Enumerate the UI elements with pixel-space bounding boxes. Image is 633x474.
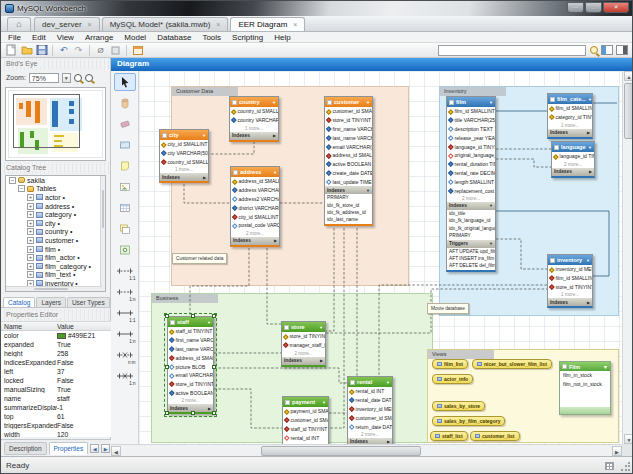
column-row[interactable]: replacement_cost D... xyxy=(447,186,495,195)
column-row[interactable]: film_id SMALLINT xyxy=(447,107,495,116)
panel-tab-user-types[interactable]: User Types xyxy=(67,297,110,307)
routine-item[interactable]: film_not_in_stock xyxy=(560,380,610,389)
column-row[interactable]: film_id SMALLINT xyxy=(548,104,592,113)
more-columns-label[interactable]: 2 more... xyxy=(552,161,594,168)
section-header-indexes[interactable]: Indexes▶ xyxy=(231,237,279,245)
selection-handle[interactable] xyxy=(165,365,169,369)
eer-canvas[interactable]: Customer DataInventoryBusinessViews xyxy=(139,71,622,444)
section-header-indexes[interactable]: Indexes▶ xyxy=(160,173,208,181)
zoom-in-icon[interactable] xyxy=(74,74,82,82)
scroll-down-arrow[interactable]: ▼ xyxy=(624,434,633,444)
column-row[interactable]: description TEXT xyxy=(447,125,495,134)
column-row[interactable]: category_id TINY... xyxy=(548,113,592,122)
column-row[interactable]: release_year YEAR xyxy=(447,133,495,142)
section-header-indexes[interactable]: Indexes▶ xyxy=(348,438,392,444)
panel-tab-catalog[interactable]: Catalog xyxy=(3,297,35,307)
collapse-icon[interactable]: ▼ xyxy=(322,400,326,405)
section-item[interactable]: idx_fk_language_id xyxy=(447,217,495,224)
birds-eye-minimap[interactable] xyxy=(5,87,106,161)
column-row[interactable]: city VARCHAR(50) xyxy=(160,149,208,158)
selection-handle[interactable] xyxy=(212,365,216,369)
section-item[interactable]: AFT UPDATE upd_film xyxy=(447,248,495,255)
view-film_list[interactable]: film_list xyxy=(432,359,468,369)
table-customer[interactable]: customer▼customer_id SMALL...store_id TI… xyxy=(324,96,373,226)
note-tool[interactable] xyxy=(114,157,136,175)
section-expand-icon[interactable]: ▶ xyxy=(203,175,206,180)
collapse-icon[interactable]: ▼ xyxy=(489,100,493,105)
section-expand-icon[interactable]: ▼ xyxy=(489,203,493,208)
section-expand-icon[interactable]: ▶ xyxy=(273,133,276,138)
panel-tab-layers[interactable]: Layers xyxy=(36,297,66,307)
column-row[interactable]: store_id TINYINT xyxy=(548,283,592,292)
tree-expander-icon[interactable]: + xyxy=(27,246,34,253)
vscroll-thumb[interactable] xyxy=(624,83,633,139)
section-item[interactable]: PRIMARY xyxy=(447,232,495,239)
section-item[interactable]: idx_title xyxy=(447,210,495,217)
column-row[interactable]: city_id SMALLINT xyxy=(160,140,208,149)
tree-expander-icon[interactable]: + xyxy=(27,254,34,261)
more-columns-label[interactable]: 2 more... xyxy=(168,397,213,404)
column-row[interactable]: customer_id SMAL... xyxy=(283,416,328,425)
rel-1n-existing-tool[interactable]: 1:n xyxy=(114,367,136,385)
view-staff_list[interactable]: staff_list xyxy=(430,431,468,441)
document-tab[interactable]: EER Diagram× xyxy=(230,17,305,31)
menu-item-tools[interactable]: Tools xyxy=(202,33,221,42)
property-row[interactable]: namestaff xyxy=(1,394,111,403)
cursor-tool[interactable] xyxy=(114,73,136,91)
bottom-tab-properties[interactable]: Properties xyxy=(49,442,89,455)
more-columns-label[interactable]: 2 more... xyxy=(282,350,325,357)
tree-expander-icon[interactable]: − xyxy=(9,177,16,184)
scroll-right-arrow[interactable]: ▶ xyxy=(612,446,622,456)
menu-item-help[interactable]: Help xyxy=(274,33,290,42)
save-icon[interactable] xyxy=(35,44,48,56)
tree-expander-icon[interactable]: + xyxy=(27,203,34,210)
column-row[interactable]: email VARCHAR(50) xyxy=(325,142,372,151)
column-row[interactable]: country VARCHAR(50) xyxy=(230,116,278,125)
column-row[interactable]: address2 VARCHAR(... xyxy=(231,195,279,204)
table-inventory[interactable]: inventory▼inventory_id MEDI...film_id SM… xyxy=(547,254,593,308)
tree-expander-icon[interactable]: + xyxy=(27,194,34,201)
section-expand-icon[interactable]: ▶ xyxy=(589,169,592,174)
section-item[interactable]: PRIMARY xyxy=(325,194,372,201)
grid-snap-icon[interactable] xyxy=(109,44,122,56)
close-button[interactable]: ✕ xyxy=(603,2,629,13)
new-tab-icon[interactable] xyxy=(131,44,144,56)
prev-panel-arrow[interactable]: ◀ xyxy=(90,444,99,453)
column-row[interactable]: last_name VARCH... xyxy=(168,345,213,354)
tree-expander-icon[interactable]: + xyxy=(27,237,34,244)
property-row[interactable]: top61 xyxy=(1,412,111,421)
tree-item-tables-folder[interactable]: −Tables xyxy=(6,185,105,194)
table-payment[interactable]: payment▼payment_id SMAL...customer_id SM… xyxy=(282,396,329,444)
minimize-button[interactable]: — xyxy=(567,2,584,13)
more-columns-label[interactable]: 1 more... xyxy=(548,122,592,129)
column-row[interactable]: city_id SMALLINT xyxy=(231,212,279,221)
image-tool[interactable] xyxy=(114,178,136,196)
column-row[interactable]: email VARCHAR(50) xyxy=(168,371,213,380)
column-row[interactable]: original_language_i... xyxy=(447,151,495,160)
selection-handle[interactable] xyxy=(191,314,195,318)
section-header-indexes[interactable]: Indexes▶ xyxy=(552,168,594,176)
section-item[interactable]: idx_fk_address_id xyxy=(325,209,372,216)
table-header[interactable]: payment▼ xyxy=(283,397,328,407)
column-row[interactable]: rental_id INT xyxy=(283,433,328,442)
column-row[interactable]: create_date DATETI... xyxy=(325,169,372,178)
layer-tool[interactable] xyxy=(114,136,136,154)
section-header-indexes[interactable]: Indexes▶ xyxy=(548,298,592,306)
collapse-icon[interactable]: ▼ xyxy=(273,170,277,175)
collapse-icon[interactable]: ▼ xyxy=(319,325,323,330)
section-header-indexes[interactable]: Indexes▶ xyxy=(282,357,325,365)
column-row[interactable]: inventory_id MEDI... xyxy=(548,265,592,274)
column-row[interactable]: store_id TINYINT xyxy=(168,380,213,389)
property-row[interactable]: color#499E21 xyxy=(1,331,111,340)
property-row[interactable]: expandedTrue xyxy=(1,340,111,349)
menu-item-edit[interactable]: Edit xyxy=(32,33,46,42)
property-row[interactable]: indicesExpandedFalse xyxy=(1,358,111,367)
table-country[interactable]: country▼country_id SMALLINTcountry VARCH… xyxy=(229,96,279,142)
column-row[interactable]: district VARCHAR(20) xyxy=(231,203,279,212)
hscroll-thumb[interactable] xyxy=(261,446,421,456)
column-row[interactable]: title VARCHAR(255) xyxy=(447,116,495,125)
hand-tool[interactable] xyxy=(114,94,136,112)
column-row[interactable]: length SMALLINT xyxy=(447,177,495,186)
column-row[interactable]: staff_id TINYINT xyxy=(168,327,213,336)
tree-item-film_category[interactable]: +film_category • xyxy=(6,262,105,271)
